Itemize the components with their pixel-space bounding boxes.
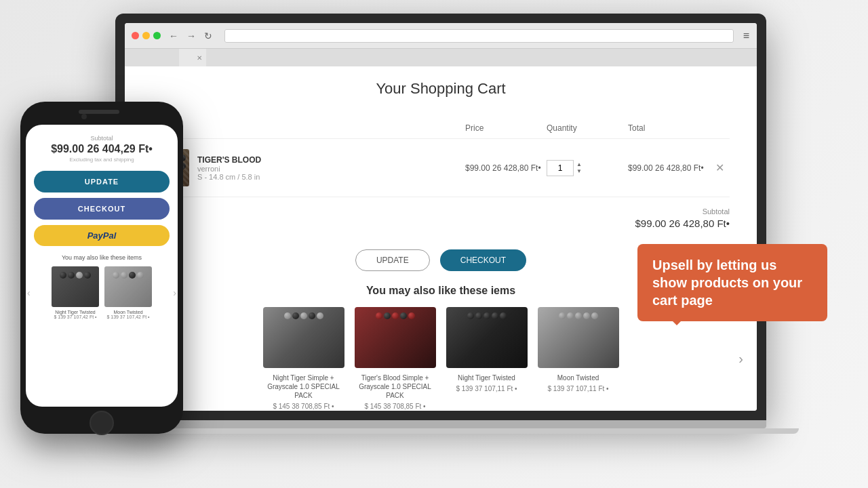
upsell-product-price-1: $ 145 38 708,85 Ft • bbox=[263, 403, 344, 410]
phone-upsell-products: Night Tiger Twisted $ 139 37 107,42 Ft •… bbox=[34, 266, 170, 319]
phone-body: Subtotal $99.00 26 404,29 Ft• Excluding … bbox=[20, 102, 183, 434]
upsell-product-name-2: Tiger's Blood Simple + Grayscale 1.0 SPE… bbox=[355, 373, 436, 400]
phone-subtotal-label: Subtotal bbox=[34, 135, 170, 142]
phone-tax-note: Excluding tax and shipping bbox=[34, 157, 170, 163]
cart-title: Your Shopping Cart bbox=[152, 80, 730, 98]
remove-item-button[interactable]: ✕ bbox=[709, 161, 730, 174]
browser-bar: ← → ↻ ≡ bbox=[125, 23, 757, 49]
phone-top-bar bbox=[26, 110, 178, 125]
col-quantity: Quantity bbox=[547, 123, 628, 133]
upsell-product-img-4[interactable] bbox=[538, 307, 619, 368]
phone-upsell-next[interactable]: › bbox=[173, 287, 176, 298]
cart-item-info: TIGER'S BLOOD verroni S - 14.8 cm / 5.8 … bbox=[152, 149, 465, 186]
laptop-hinge bbox=[83, 428, 799, 434]
phone-paypal-button[interactable]: PayPal bbox=[34, 225, 170, 246]
checkout-button[interactable]: CHECKOUT bbox=[440, 249, 526, 271]
cart-subtotal: Subtotal $99.00 26 428,80 Ft• bbox=[152, 197, 730, 239]
phone-upsell-prev[interactable]: ‹ bbox=[27, 287, 31, 298]
upsell-product-name-1: Night Tiger Simple + Grayscale 1.0 SPECI… bbox=[263, 373, 344, 400]
scene: ← → ↻ ≡ ✕ Your Shopping Cart bbox=[0, 0, 868, 488]
phone-upsell-product-2: Moon Twisted $ 139 37 107,42 Ft • bbox=[104, 266, 152, 319]
phone-upsell-carousel: ‹ Night Tiger Twisted $ 139 37 107,42 Ft… bbox=[34, 266, 170, 319]
upsell-product-1: Night Tiger Simple + Grayscale 1.0 SPECI… bbox=[263, 307, 344, 410]
address-bar[interactable] bbox=[224, 29, 734, 43]
upsell-product-4: Moon Twisted $ 139 37 107,11 Ft • bbox=[538, 307, 619, 410]
phone-upsell-name-2: Moon Twisted bbox=[104, 310, 152, 314]
menu-icon[interactable]: ≡ bbox=[743, 30, 750, 42]
laptop: ← → ↻ ≡ ✕ Your Shopping Cart bbox=[115, 14, 766, 447]
update-button[interactable]: UPDATE bbox=[355, 249, 430, 271]
back-button[interactable]: ← bbox=[166, 29, 181, 43]
col-product: Product bbox=[152, 123, 465, 133]
cart-item-row: TIGER'S BLOOD verroni S - 14.8 cm / 5.8 … bbox=[152, 139, 730, 197]
phone-upsell-name-1: Night Tiger Twisted bbox=[52, 310, 99, 314]
laptop-screen: ← → ↻ ≡ ✕ Your Shopping Cart bbox=[125, 23, 757, 411]
paypal-label: PayPal bbox=[87, 230, 117, 241]
phone: Subtotal $99.00 26 404,29 Ft• Excluding … bbox=[20, 102, 183, 434]
upsell-tooltip: Upsell by letting us show products on yo… bbox=[637, 244, 827, 321]
phone-upsell-price-1: $ 139 37 107,42 Ft • bbox=[52, 314, 99, 319]
upsell-product-img-3[interactable] bbox=[446, 307, 528, 368]
item-variant: S - 14.8 cm / 5.8 in bbox=[197, 173, 261, 181]
upsell-products: Night Tiger Simple + Grayscale 1.0 SPECI… bbox=[152, 307, 730, 410]
upsell-product-3: Night Tiger Twisted $ 139 37 107,11 Ft • bbox=[446, 307, 528, 410]
phone-home-button[interactable] bbox=[90, 411, 114, 435]
qty-up-arrow[interactable]: ▲ bbox=[576, 161, 582, 168]
browser-tab[interactable]: ✕ bbox=[179, 49, 206, 66]
phone-upsell-price-2: $ 139 37 107,42 Ft • bbox=[104, 314, 152, 319]
laptop-base bbox=[115, 420, 766, 428]
subtotal-amount: $99.00 26 428,80 Ft• bbox=[152, 218, 730, 229]
item-price: $99.00 26 428,80 Ft• bbox=[465, 163, 547, 173]
phone-camera bbox=[81, 114, 87, 119]
cart-page: Your Shopping Cart Product Price Quantit… bbox=[125, 66, 757, 411]
upsell-next-button[interactable]: › bbox=[738, 351, 743, 367]
upsell-product-img-2[interactable] bbox=[355, 307, 436, 368]
phone-upsell-img-2[interactable] bbox=[104, 266, 152, 307]
phone-update-button[interactable]: UPDATE bbox=[34, 171, 170, 192]
cart-table-header: Product Price Quantity Total bbox=[152, 118, 730, 139]
phone-upsell-product-1: Night Tiger Twisted $ 139 37 107,42 Ft • bbox=[52, 266, 99, 319]
phone-checkout-button[interactable]: CHECKOUT bbox=[34, 198, 170, 220]
upsell-product-price-4: $ 139 37 107,11 Ft • bbox=[538, 385, 619, 392]
upsell-carousel: ‹ Night Tiger Simple bbox=[152, 307, 730, 410]
upsell-product-name-3: Night Tiger Twisted bbox=[446, 373, 528, 382]
cart-item-details: TIGER'S BLOOD verroni S - 14.8 cm / 5.8 … bbox=[197, 155, 261, 181]
close-dot[interactable] bbox=[132, 32, 139, 39]
upsell-product-img-1[interactable] bbox=[263, 307, 344, 368]
upsell-product-2: Tiger's Blood Simple + Grayscale 1.0 SPE… bbox=[355, 307, 436, 410]
upsell-product-price-2: $ 145 38 708,85 Ft • bbox=[355, 403, 436, 410]
item-name: TIGER'S BLOOD bbox=[197, 155, 261, 165]
qty-down-arrow[interactable]: ▼ bbox=[576, 168, 582, 175]
fullscreen-dot[interactable] bbox=[153, 32, 161, 39]
upsell-product-price-3: $ 139 37 107,11 Ft • bbox=[446, 385, 528, 392]
phone-speaker bbox=[79, 110, 119, 114]
browser-nav: ← → ↻ bbox=[166, 29, 215, 43]
browser-dots bbox=[132, 32, 161, 39]
refresh-button[interactable]: ↻ bbox=[201, 29, 215, 43]
subtotal-label: Subtotal bbox=[152, 207, 730, 216]
quantity-cell: ▲ ▼ bbox=[547, 160, 628, 176]
phone-upsell-img-1[interactable] bbox=[52, 266, 99, 307]
quantity-input[interactable] bbox=[547, 160, 574, 176]
upsell-product-name-4: Moon Twisted bbox=[538, 373, 619, 382]
tab-close-button[interactable]: ✕ bbox=[197, 54, 202, 62]
forward-button[interactable]: → bbox=[184, 29, 199, 43]
item-brand: verroni bbox=[197, 165, 261, 173]
item-total: $99.00 26 428,80 Ft• bbox=[628, 163, 709, 173]
col-price: Price bbox=[465, 123, 547, 133]
col-total: Total bbox=[628, 123, 709, 133]
phone-screen: Subtotal $99.00 26 404,29 Ft• Excluding … bbox=[26, 125, 178, 407]
phone-subtotal-amount: $99.00 26 404,29 Ft• bbox=[34, 143, 170, 155]
minimize-dot[interactable] bbox=[142, 32, 150, 39]
tab-bar: ✕ bbox=[125, 49, 757, 66]
laptop-body: ← → ↻ ≡ ✕ Your Shopping Cart bbox=[115, 14, 766, 420]
phone-upsell-title: You may also like these items bbox=[34, 254, 170, 261]
qty-arrows: ▲ ▼ bbox=[576, 161, 582, 174]
